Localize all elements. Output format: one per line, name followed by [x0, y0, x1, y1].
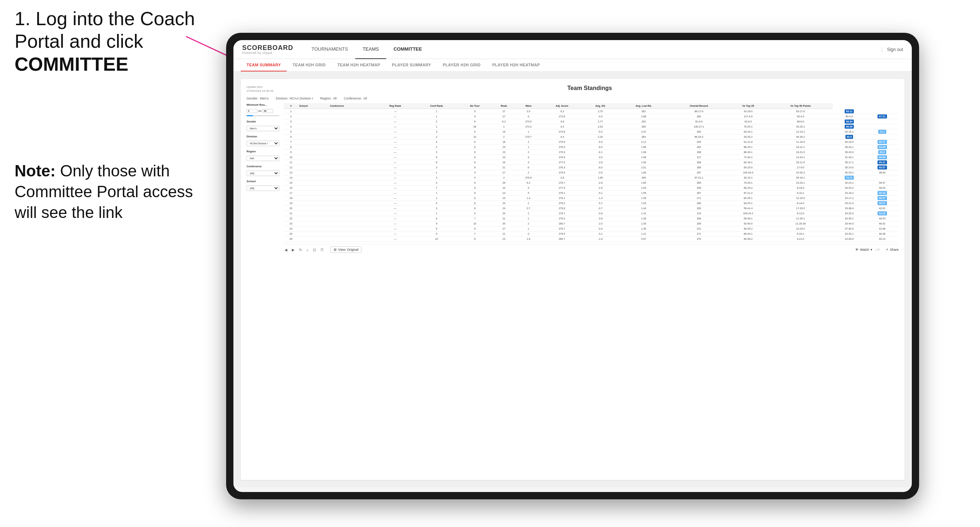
- cell-data: 4-21-0: [768, 237, 833, 241]
- cell-data: -5.5: [583, 140, 617, 145]
- cell-data: —: [375, 216, 415, 221]
- nav-teams[interactable]: TEAMS: [355, 40, 386, 59]
- cell-data: 23: [492, 237, 516, 241]
- view-original-button[interactable]: ⊞ View: Original: [331, 246, 361, 253]
- table-row: 10—58233276.9-3.51.8621772-30-113-24-131…: [284, 155, 899, 160]
- cell-data: 267: [670, 170, 728, 175]
- cell-data: 6: [516, 165, 541, 170]
- toolbar-share2[interactable]: ⊡: [312, 247, 317, 252]
- cell-data: 276.9: [541, 155, 583, 160]
- cell-data: -3.5: [583, 170, 617, 175]
- cell-data: 4: [284, 124, 298, 129]
- toolbar-home[interactable]: ⌂: [305, 247, 309, 252]
- gender-select[interactable]: Men's: [247, 126, 279, 131]
- logo-title: SCOREBOARD: [242, 44, 293, 51]
- cell-data: —: [375, 165, 415, 170]
- cell-data: 61-21-0: [728, 140, 768, 145]
- nav-committee[interactable]: COMMITTEE: [386, 40, 429, 59]
- min-rounds-min-input[interactable]: [247, 109, 258, 113]
- cell-data: 90-33-2: [728, 226, 768, 232]
- toolbar-refresh[interactable]: ↻: [298, 247, 303, 252]
- subnav-team-h2h-heatmap[interactable]: TEAM H2H HEATMAP: [331, 59, 386, 71]
- col-no-tour: No Tour: [458, 103, 492, 109]
- region-select[interactable]: N/A: [247, 156, 279, 161]
- cell-data: 23: [492, 160, 516, 165]
- cell-data: 36-17-1: [833, 160, 865, 165]
- cell-data: -4.0: [583, 114, 617, 119]
- cell-data: 6: [516, 114, 541, 119]
- cell-data: 9: [458, 114, 492, 119]
- min-rounds-filter: Minimum Rou... –: [247, 103, 279, 116]
- toolbar-clock[interactable]: ⏱: [320, 247, 325, 252]
- cell-data: —: [375, 186, 415, 190]
- nav-tournaments[interactable]: TOURNAMENTS: [304, 40, 355, 59]
- min-rounds-slider[interactable]: [247, 115, 279, 116]
- cell-data: 14: [284, 175, 298, 180]
- cell-school: [298, 186, 329, 190]
- cell-school: [298, 180, 329, 186]
- cell-data: 6.2: [492, 119, 516, 124]
- cell-data: 2: [415, 175, 458, 180]
- cell-data: -3.8: [541, 119, 583, 124]
- subnav-team-summary[interactable]: TEAM SUMMARY: [241, 59, 287, 71]
- cell-data: 1: [415, 190, 458, 196]
- cell-data: 79-25-1: [728, 124, 768, 129]
- division-select[interactable]: NCAA Division I: [247, 141, 279, 146]
- cell-data: 33-38-4: [833, 206, 865, 211]
- subnav-player-h2h-heatmap[interactable]: PLAYER H2H HEATMAP: [487, 59, 546, 71]
- cell-data: 276.9: [516, 175, 541, 180]
- cell-data: 10: [415, 237, 458, 241]
- cell-data: 278.2: [541, 201, 583, 206]
- conference-filter-label: Conference: [247, 165, 279, 168]
- cell-data: 2: [492, 135, 516, 140]
- cell-data: 21: [492, 165, 516, 170]
- cell-data: 1: [415, 124, 458, 129]
- cell-data: 268: [670, 150, 728, 155]
- cell-data: 16-21-0: [768, 150, 833, 155]
- toolbar-forward[interactable]: ▶: [291, 247, 296, 252]
- cell-data: 39-20-1: [833, 145, 865, 150]
- conference-select[interactable]: (All): [247, 171, 279, 176]
- cell-data: 260: [670, 114, 728, 119]
- cell-data: 276.9: [541, 170, 583, 175]
- cell-conference: [329, 140, 375, 145]
- share-button[interactable]: ↗ Share: [886, 248, 899, 251]
- conference-filter: Conference (All): [247, 165, 279, 176]
- cell-data: 264: [617, 135, 670, 140]
- subnav-player-h2h-grid[interactable]: PLAYER H2H GRID: [437, 59, 487, 71]
- note-text: Note: Only those with Committee Portal a…: [14, 160, 219, 223]
- cell-data: 15-32-2: [768, 170, 833, 175]
- watch-button[interactable]: 👁 Watch ▾: [855, 248, 872, 251]
- cell-data: 2.88: [617, 114, 670, 119]
- cell-school: [298, 150, 329, 155]
- table-row: 13—19272276.9-3.51.85267104-43-315-32-24…: [284, 170, 899, 175]
- cell-data: 15: [284, 180, 298, 186]
- cell-data: 31-29-1: [833, 155, 865, 160]
- cell-data: 276.3: [541, 145, 583, 150]
- cell-data: 279.8: [541, 206, 583, 211]
- update-time-label: Update time:: [247, 85, 263, 89]
- view-original-label: View: Original: [338, 248, 358, 251]
- cell-data: 40-26-2: [768, 135, 833, 140]
- cell-data: 1: [415, 170, 458, 175]
- sign-out-button[interactable]: Sign out: [881, 47, 903, 52]
- cell-school: [298, 124, 329, 129]
- watch-label: Watch: [860, 248, 869, 251]
- subnav-team-h2h-grid[interactable]: TEAM H2H GRID: [287, 59, 331, 71]
- standings-title: Team Standings: [280, 85, 899, 92]
- toolbar-back[interactable]: ◀: [284, 247, 288, 252]
- cell-data: -2.0: [583, 221, 617, 226]
- cell-data: 20: [284, 206, 298, 211]
- cell-data: 23-17-1: [833, 196, 865, 201]
- subnav-player-summary[interactable]: PLAYER SUMMARY: [386, 59, 437, 71]
- school-select[interactable]: (All): [247, 186, 279, 191]
- cell-data: 10: [458, 221, 492, 226]
- cell-data: 5: [415, 226, 458, 232]
- min-rounds-max-input[interactable]: [262, 109, 273, 113]
- cell-data: 24: [492, 206, 516, 211]
- cell-data: —: [375, 211, 415, 216]
- cell-data: 265: [670, 180, 728, 186]
- cell-data: 1: [284, 109, 298, 114]
- cell-data: 279.5: [541, 232, 583, 237]
- cell-data: 43-23-1: [768, 124, 833, 129]
